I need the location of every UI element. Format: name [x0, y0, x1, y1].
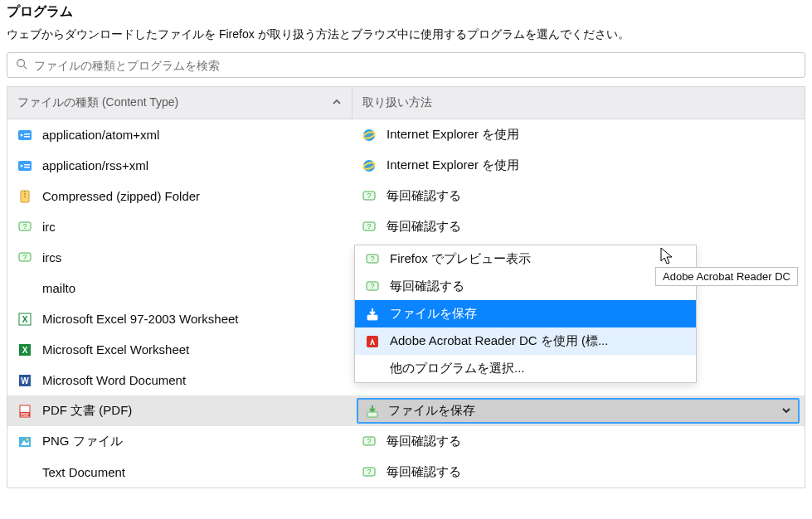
table-body: application/atom+xmlInternet Explorer を使… [7, 119, 805, 487]
ask-icon: ? [362, 189, 377, 204]
dropdown-menu-item-label: 毎回確認する [390, 279, 464, 294]
chat-icon: ? [17, 250, 32, 265]
svg-point-36 [27, 438, 29, 440]
dropdown-menu-item[interactable]: 他のプログラムを選択... [355, 355, 696, 382]
action-cell[interactable]: ?毎回確認する [352, 181, 805, 211]
svg-text:?: ? [367, 222, 371, 230]
svg-text:X: X [22, 315, 28, 324]
content-type-label: mailto [42, 281, 75, 295]
applications-table: ファイルの種類 (Content Type) 取り扱い方法 applicatio… [7, 86, 805, 488]
feed-icon [17, 128, 32, 143]
content-type-label: Microsoft Excel 97-2003 Worksheet [42, 312, 239, 326]
table-row[interactable]: PDFPDF 文書 (PDF)ファイルを保存 [7, 395, 805, 426]
action-cell[interactable]: ファイルを保存 [352, 395, 805, 426]
dropdown-menu-item[interactable]: ?Firefox でプレビュー表示 [355, 245, 696, 273]
content-type-cell: application/rss+xml [7, 150, 352, 181]
action-cell[interactable]: ?毎回確認する [352, 426, 805, 457]
action-label: 毎回確認する [387, 219, 461, 235]
table-row[interactable]: Text Document?毎回確認する [7, 457, 805, 487]
svg-text:W: W [21, 376, 29, 386]
column-content-type[interactable]: ファイルの種類 (Content Type) [7, 87, 352, 119]
excel-icon: X [17, 312, 32, 327]
content-type-cell: Compressed (zipped) Folder [7, 181, 352, 211]
section-description: ウェブからダウンロードしたファイルを Firefox が取り扱う方法とブラウズ中… [7, 27, 805, 52]
table-row[interactable]: Compressed (zipped) Folder?毎回確認する [7, 181, 805, 211]
save-icon [365, 404, 380, 419]
column-content-type-label: ファイルの種類 (Content Type) [17, 95, 178, 110]
content-type-label: application/rss+xml [42, 158, 148, 172]
svg-text:?: ? [367, 192, 371, 200]
action-dropdown[interactable]: ファイルを保存 [357, 398, 800, 424]
ask-icon: ? [362, 465, 377, 480]
svg-text:PDF: PDF [21, 411, 29, 416]
svg-text:?: ? [367, 468, 371, 476]
content-type-cell: Text Document [7, 457, 352, 487]
content-type-label: irc [42, 220, 56, 234]
content-type-label: ircs [42, 250, 61, 264]
chat-icon: ? [17, 220, 32, 235]
svg-rect-4 [24, 133, 30, 135]
svg-rect-2 [18, 130, 32, 140]
content-type-cell: ?irc [7, 211, 352, 242]
feed-icon [17, 158, 32, 173]
action-label: 毎回確認する [387, 188, 461, 204]
content-type-label: Compressed (zipped) Folder [42, 189, 200, 203]
adobe-icon [365, 334, 380, 349]
table-row[interactable]: ?irc?毎回確認する [7, 211, 805, 242]
svg-text:?: ? [370, 255, 374, 263]
content-type-cell: PDFPDF 文書 (PDF) [7, 395, 352, 426]
svg-text:?: ? [22, 222, 27, 230]
svg-point-9 [21, 164, 23, 167]
action-dropdown-menu: ?Firefox でプレビュー表示?毎回確認するファイルを保存Adobe Acr… [354, 245, 697, 383]
action-cell[interactable]: ?毎回確認する [352, 211, 805, 242]
dropdown-menu-item-label: ファイルを保存 [390, 306, 477, 322]
content-type-cell: XMicrosoft Excel 97-2003 Worksheet [7, 303, 352, 334]
blank-icon [365, 361, 380, 376]
content-type-cell: PNG ファイル [7, 426, 352, 457]
dropdown-menu-item[interactable]: ?毎回確認する [355, 273, 696, 300]
svg-text:X: X [22, 346, 28, 355]
search-box[interactable] [7, 52, 805, 78]
save-icon [365, 307, 380, 322]
search-input[interactable] [34, 59, 796, 72]
ask-icon: ? [365, 252, 380, 267]
content-type-cell: XMicrosoft Excel Worksheet [7, 334, 352, 365]
column-action-label: 取り扱い方法 [362, 95, 432, 110]
svg-rect-33 [367, 412, 377, 417]
content-type-cell: mailto [7, 273, 352, 303]
action-cell[interactable]: Internet Explorer を使用 [352, 119, 805, 150]
dropdown-menu-item-label: Adobe Acrobat Reader DC を使用 (標... [390, 333, 608, 349]
blank-icon [17, 465, 32, 480]
action-cell[interactable]: ?毎回確認する [352, 457, 805, 487]
svg-text:?: ? [22, 253, 27, 261]
ie-icon [362, 158, 377, 173]
sort-ascending-icon [332, 96, 342, 109]
content-type-label: Microsoft Word Document [42, 373, 186, 387]
dropdown-menu-item[interactable]: Adobe Acrobat Reader DC を使用 (標... [355, 327, 696, 355]
content-type-label: PNG ファイル [42, 434, 123, 449]
png-icon [17, 434, 32, 449]
content-type-label: application/atom+xml [42, 128, 159, 142]
dropdown-menu-item-label: 他のプログラムを選択... [390, 361, 525, 376]
svg-line-1 [24, 66, 27, 70]
svg-rect-5 [24, 136, 30, 138]
svg-text:?: ? [370, 282, 374, 290]
svg-rect-8 [18, 161, 32, 171]
action-label: 毎回確認する [387, 464, 461, 480]
svg-rect-10 [24, 164, 30, 166]
column-action[interactable]: 取り扱い方法 [352, 87, 805, 119]
ask-icon: ? [362, 434, 377, 449]
tooltip: Adobe Acrobat Reader DC [655, 267, 798, 286]
action-cell[interactable]: Internet Explorer を使用 [352, 150, 805, 181]
table-row[interactable]: application/atom+xmlInternet Explorer を使… [7, 119, 805, 150]
content-type-label: Microsoft Excel Worksheet [42, 342, 189, 357]
dropdown-menu-item[interactable]: ファイルを保存 [355, 300, 696, 327]
zip-icon [17, 189, 32, 204]
table-row[interactable]: application/rss+xmlInternet Explorer を使用 [7, 150, 805, 181]
action-dropdown-label: ファイルを保存 [388, 403, 475, 419]
action-label: Internet Explorer を使用 [387, 158, 519, 173]
content-type-label: Text Document [42, 465, 125, 479]
svg-point-0 [17, 60, 25, 67]
table-row[interactable]: PNG ファイル?毎回確認する [7, 426, 805, 457]
dropdown-menu-item-label: Firefox でプレビュー表示 [390, 251, 531, 267]
